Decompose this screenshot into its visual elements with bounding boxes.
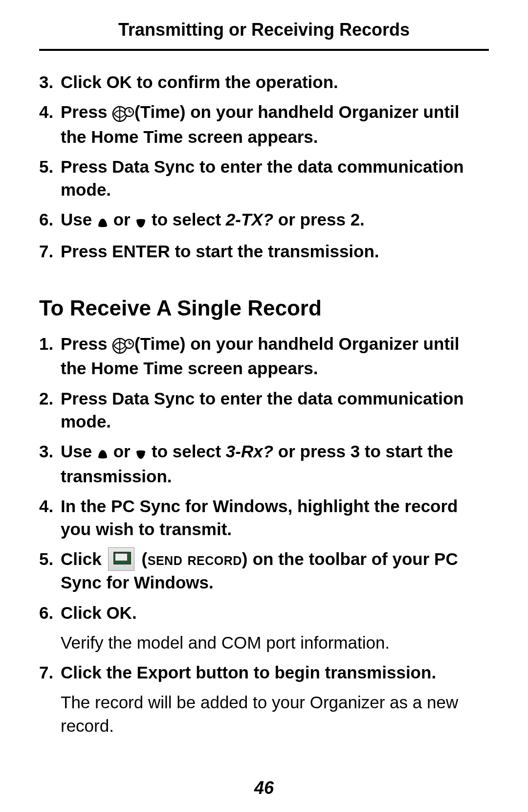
text: Use: [61, 210, 97, 229]
step-text: Use or to select 2-TX? or press 2.: [61, 208, 489, 232]
step-4: 4. Press (Time) on your handheld Organiz…: [39, 100, 489, 148]
rx-step-3: 3. Use or to select 3-Rx? or press 3 to …: [39, 440, 489, 488]
step-number: 7.: [39, 661, 61, 684]
text: or press 2.: [273, 210, 365, 229]
step-number: 4.: [39, 100, 61, 148]
step-number: 2.: [39, 387, 61, 433]
step-text: Click the Export button to begin transmi…: [61, 661, 489, 684]
rx-step-5: 5. Click (send record) on the toolbar of…: [39, 547, 489, 594]
page-number: 46: [0, 778, 528, 798]
text-italic: 3-Rx?: [226, 442, 273, 461]
step-number: 6.: [39, 601, 61, 624]
rx-step-6-note: Verify the model and COM port informatio…: [61, 631, 489, 654]
step-text: Click OK to confirm the operation.: [61, 70, 489, 93]
step-text: Press ENTER to start the transmission.: [61, 240, 489, 263]
step-number: 5.: [39, 155, 61, 202]
step-text: Press (Time) on your handheld Organizer …: [61, 100, 489, 148]
rx-step-7: 7. Click the Export button to begin tran…: [39, 661, 489, 684]
page-header: Transmitting or Receiving Records: [39, 20, 489, 51]
step-text: Press (Time) on your handheld Organizer …: [61, 332, 489, 380]
text: to select: [147, 442, 225, 461]
text: or: [109, 210, 135, 229]
step-number: 7.: [39, 240, 61, 263]
rx-step-6: 6. Click OK.: [39, 601, 489, 624]
up-arrow-icon: [97, 210, 109, 233]
down-arrow-icon: [135, 210, 147, 233]
rx-step-2: 2. Press Data Sync to enter the data com…: [39, 387, 489, 433]
down-arrow-icon: [135, 441, 147, 464]
text: Press: [61, 334, 112, 353]
step-number: 3.: [39, 70, 61, 93]
text: Click: [61, 549, 106, 568]
step-number: 1.: [39, 332, 61, 380]
clock-icon: [112, 102, 134, 125]
step-text: Use or to select 3-Rx? or press 3 to sta…: [61, 440, 489, 488]
rx-step-4: 4. In the PC Sync for Windows, highlight…: [39, 495, 489, 541]
step-5: 5. Press Data Sync to enter the data com…: [39, 155, 489, 202]
clock-icon: [112, 334, 134, 357]
step-text: In the PC Sync for Windows, highlight th…: [61, 495, 489, 541]
text: Press: [61, 102, 112, 121]
step-3: 3. Click OK to confirm the operation.: [39, 70, 489, 93]
step-number: 3.: [39, 440, 61, 488]
section-heading: To Receive A Single Record: [39, 296, 489, 320]
rx-step-1: 1. Press (Time) on your handheld Organiz…: [39, 332, 489, 380]
step-number: 6.: [39, 208, 61, 232]
up-arrow-icon: [97, 441, 109, 464]
text: or: [109, 442, 135, 461]
step-number: 5.: [39, 547, 61, 594]
step-7: 7. Press ENTER to start the transmission…: [39, 240, 489, 263]
step-text: Press Data Sync to enter the data commun…: [61, 387, 489, 433]
text: Use: [61, 442, 97, 461]
text-smallcaps: (send record): [136, 549, 248, 568]
step-text: Click (send record) on the toolbar of yo…: [61, 547, 489, 594]
send-record-icon: [108, 547, 134, 571]
step-number: 4.: [39, 495, 61, 541]
step-text: Click OK.: [61, 601, 489, 624]
rx-step-7-note: The record will be added to your Organiz…: [61, 691, 489, 737]
step-text: Press Data Sync to enter the data commun…: [61, 155, 489, 202]
text: to select: [147, 210, 225, 229]
text-italic: 2-TX?: [226, 210, 273, 229]
step-6: 6. Use or to select 2-TX? or press 2.: [39, 208, 489, 232]
